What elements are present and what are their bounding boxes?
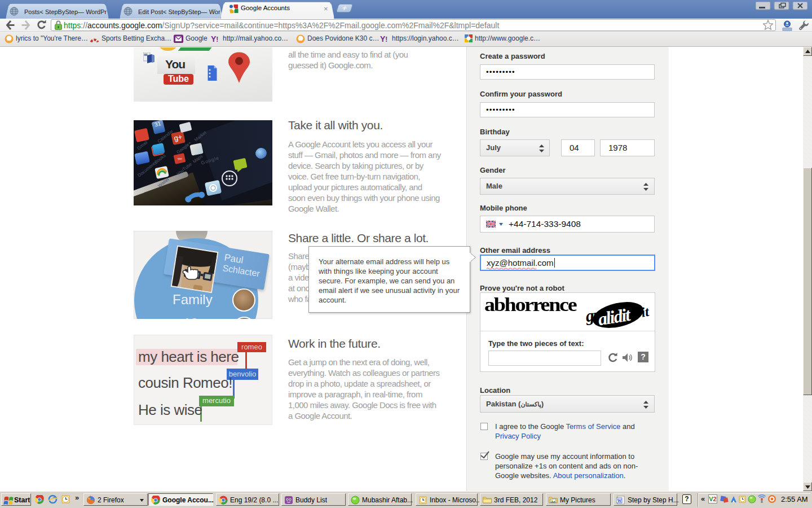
svg-text:W: W	[617, 498, 622, 503]
svg-text:alidit: alidit	[597, 304, 633, 330]
svg-text:abhorrence: abhorrence	[484, 294, 577, 315]
svg-text:it: it	[640, 304, 651, 319]
